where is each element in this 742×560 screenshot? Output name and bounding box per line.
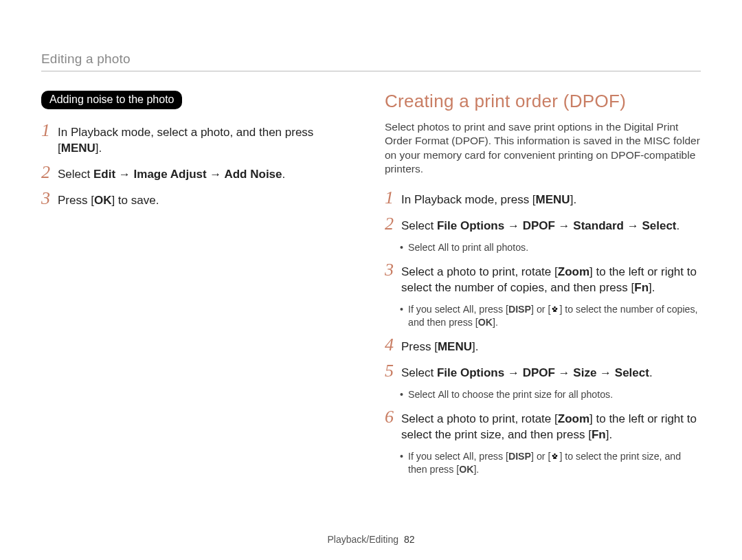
- step-text: Select Edit → Image Adjust → Add Noise.: [58, 167, 285, 183]
- step-number: 6: [385, 408, 401, 426]
- left-steps: 1 In Playback mode, select a photo, and …: [41, 122, 357, 209]
- text: Select: [408, 242, 438, 253]
- text: Select: [401, 219, 437, 232]
- step-text: Press [MENU].: [401, 339, 478, 355]
- text: ].: [606, 428, 612, 441]
- step-number: 2: [385, 215, 401, 233]
- fn-button-label: Fn: [634, 281, 649, 294]
- sub-bullet-list: Select All to print all photos.: [401, 241, 701, 254]
- text: .: [282, 168, 286, 181]
- bold-path: Edit → Image Adjust → Add Noise: [93, 168, 282, 181]
- bold-text: All: [438, 242, 449, 253]
- sub-bullet-list: Select All to choose the print size for …: [401, 388, 701, 401]
- right-steps: 1 In Playback mode, press [MENU]. 2 Sele…: [385, 189, 701, 234]
- text: , press [: [473, 451, 508, 462]
- text: ].: [649, 281, 655, 294]
- text: Select: [58, 168, 93, 181]
- step-number: 1: [41, 122, 58, 139]
- menu-button-label: MENU: [438, 340, 472, 353]
- text: to print all photos.: [449, 242, 528, 253]
- zoom-label: Zoom: [558, 265, 589, 278]
- right-steps: 4 Press [MENU]. 5 Select File Options → …: [385, 336, 701, 381]
- page-footer: Playback/Editing 82: [0, 534, 742, 545]
- text: ] or [: [531, 304, 550, 315]
- sub-bullet-list: If you select All, press [DISP] or [] to…: [401, 303, 701, 329]
- step-number: 5: [385, 362, 401, 380]
- right-steps: 6 Select a photo to print, rotate [Zoom]…: [385, 408, 701, 443]
- disp-button-label: DISP: [508, 304, 531, 315]
- text: Select a photo to print, rotate [: [401, 265, 558, 278]
- step-number: 4: [385, 336, 401, 354]
- step-text: Select File Options → DPOF → Size → Sele…: [401, 366, 653, 381]
- step-number: 2: [41, 164, 58, 181]
- step-item: 3 Press [OK] to save.: [41, 190, 357, 209]
- menu-button-label: MENU: [536, 193, 570, 206]
- manual-page: Editing a photo Adding noise to the phot…: [0, 0, 742, 560]
- step-item: 5 Select File Options → DPOF → Size → Se…: [385, 362, 701, 381]
- sub-bullet: If you select All, press [DISP] or [] to…: [401, 450, 701, 476]
- step-item: 4 Press [MENU].: [385, 336, 701, 355]
- section-badge: Adding noise to the photo: [41, 91, 182, 109]
- step-number: 3: [41, 190, 58, 208]
- step-item: 3 Select a photo to print, rotate [Zoom]…: [385, 261, 701, 296]
- step-number: 3: [385, 261, 401, 279]
- section-intro: Select photos to print and save print op…: [385, 120, 701, 177]
- text: ].: [95, 142, 102, 155]
- text: ] to save.: [111, 194, 159, 207]
- text: Press [: [58, 194, 94, 207]
- text: In Playback mode, press [: [401, 193, 536, 206]
- step-item: 2 Select File Options → DPOF → Standard …: [385, 215, 701, 234]
- sub-bullet-list: If you select All, press [DISP] or [] to…: [401, 450, 701, 476]
- bold-text: All: [463, 304, 474, 315]
- text: ].: [473, 464, 479, 475]
- left-column: Adding noise to the photo 1 In Playback …: [41, 91, 357, 483]
- text: to choose the print size for all photos.: [449, 389, 613, 400]
- menu-button-label: MENU: [61, 142, 95, 155]
- text: Select: [401, 366, 437, 379]
- bold-path: File Options → DPOF → Size → Select: [437, 366, 649, 379]
- right-steps: 3 Select a photo to print, rotate [Zoom]…: [385, 261, 701, 296]
- page-number: 82: [404, 534, 415, 545]
- sub-bullet: If you select All, press [DISP] or [] to…: [401, 303, 701, 329]
- text: ].: [493, 317, 498, 328]
- text: Select a photo to print, rotate [: [401, 412, 558, 425]
- section-heading: Creating a print order (DPOF): [385, 91, 701, 112]
- zoom-label: Zoom: [558, 412, 589, 425]
- step-text: In Playback mode, select a photo, and th…: [58, 125, 357, 157]
- text: .: [649, 366, 653, 379]
- step-text: Select a photo to print, rotate [Zoom] t…: [401, 412, 701, 443]
- step-number: 1: [385, 189, 401, 207]
- ok-button-label: OK: [94, 194, 112, 207]
- step-text: Select File Options → DPOF → Standard → …: [401, 219, 679, 234]
- text: If you select: [408, 451, 463, 462]
- bold-text: All: [438, 389, 449, 400]
- text: ] or [: [531, 451, 550, 462]
- step-item: 1 In Playback mode, select a photo, and …: [41, 122, 357, 157]
- step-text: In Playback mode, press [MENU].: [401, 192, 576, 208]
- macro-flower-icon: [550, 451, 559, 460]
- text: .: [677, 219, 680, 232]
- step-item: 1 In Playback mode, press [MENU].: [385, 189, 701, 208]
- fn-button-label: Fn: [592, 428, 606, 441]
- sub-bullet: Select All to choose the print size for …: [401, 388, 701, 401]
- ok-button-label: OK: [478, 317, 493, 328]
- ok-button-label: OK: [459, 464, 473, 475]
- text: Select: [408, 389, 438, 400]
- text: , press [: [473, 304, 508, 315]
- step-item: 6 Select a photo to print, rotate [Zoom]…: [385, 408, 701, 443]
- footer-section: Playback/Editing: [328, 534, 399, 545]
- text: ].: [570, 193, 576, 206]
- step-item: 2 Select Edit → Image Adjust → Add Noise…: [41, 164, 357, 183]
- bold-path: File Options → DPOF → Standard → Select: [437, 219, 677, 232]
- text: If you select: [408, 304, 463, 315]
- macro-flower-icon: [550, 304, 559, 313]
- bold-text: All: [463, 451, 474, 462]
- step-text: Select a photo to print, rotate [Zoom] t…: [401, 265, 701, 296]
- disp-button-label: DISP: [508, 451, 531, 462]
- page-header: Editing a photo: [41, 52, 701, 71]
- two-column-layout: Adding noise to the photo 1 In Playback …: [41, 91, 701, 483]
- sub-bullet: Select All to print all photos.: [401, 241, 701, 254]
- text: ].: [472, 340, 478, 353]
- text: Press [: [401, 340, 438, 353]
- step-text: Press [OK] to save.: [58, 193, 159, 209]
